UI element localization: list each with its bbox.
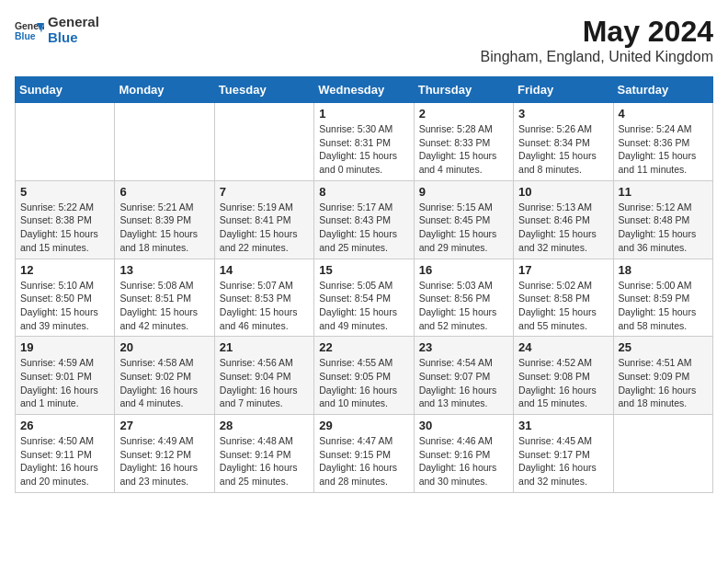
day-number: 7 <box>220 185 309 199</box>
day-number: 1 <box>319 107 408 121</box>
location-subtitle: Bingham, England, United Kingdom <box>481 49 714 65</box>
day-info: Sunrise: 4:52 AMSunset: 9:08 PMDaylight:… <box>518 356 608 410</box>
calendar-cell: 17Sunrise: 5:02 AMSunset: 8:58 PMDayligh… <box>514 259 613 337</box>
day-number: 24 <box>518 340 608 354</box>
calendar-cell <box>214 103 313 181</box>
calendar-cell: 3Sunrise: 5:26 AMSunset: 8:34 PMDaylight… <box>514 103 613 181</box>
calendar-cell: 15Sunrise: 5:05 AMSunset: 8:54 PMDayligh… <box>314 259 414 337</box>
day-number: 29 <box>319 419 408 432</box>
day-info: Sunrise: 4:45 AMSunset: 9:17 PMDaylight:… <box>518 434 608 488</box>
day-info: Sunrise: 5:19 AMSunset: 8:41 PMDaylight:… <box>220 201 309 255</box>
day-number: 23 <box>419 340 508 354</box>
header-sunday: Sunday <box>16 77 115 103</box>
day-info: Sunrise: 4:48 AMSunset: 9:14 PMDaylight:… <box>220 434 309 488</box>
calendar-table: SundayMondayTuesdayWednesdayThursdayFrid… <box>15 76 713 493</box>
calendar-cell: 21Sunrise: 4:56 AMSunset: 9:04 PMDayligh… <box>214 337 313 415</box>
day-info: Sunrise: 4:51 AMSunset: 9:09 PMDaylight:… <box>619 356 708 410</box>
calendar-cell: 20Sunrise: 4:58 AMSunset: 9:02 PMDayligh… <box>115 337 214 415</box>
header-thursday: Thursday <box>414 77 513 103</box>
day-info: Sunrise: 5:22 AMSunset: 8:38 PMDaylight:… <box>20 201 109 255</box>
week-row-0: 1Sunrise: 5:30 AMSunset: 8:31 PMDaylight… <box>16 103 713 181</box>
day-info: Sunrise: 5:10 AMSunset: 8:50 PMDaylight:… <box>20 279 109 333</box>
day-info: Sunrise: 5:24 AMSunset: 8:36 PMDaylight:… <box>619 122 708 177</box>
day-number: 5 <box>20 185 109 199</box>
day-info: Sunrise: 5:05 AMSunset: 8:54 PMDaylight:… <box>319 279 408 333</box>
day-number: 13 <box>119 263 209 277</box>
title-block: May 2024 Bingham, England, United Kingdo… <box>481 15 714 65</box>
calendar-cell: 18Sunrise: 5:00 AMSunset: 8:59 PMDayligh… <box>613 259 712 337</box>
day-number: 27 <box>119 419 209 432</box>
week-row-4: 26Sunrise: 4:50 AMSunset: 9:11 PMDayligh… <box>16 415 713 493</box>
day-number: 31 <box>518 419 608 432</box>
calendar-cell: 11Sunrise: 5:12 AMSunset: 8:48 PMDayligh… <box>613 180 712 259</box>
day-info: Sunrise: 4:59 AMSunset: 9:01 PMDaylight:… <box>20 356 109 410</box>
calendar-cell: 30Sunrise: 4:46 AMSunset: 9:16 PMDayligh… <box>414 415 513 493</box>
calendar-cell: 22Sunrise: 4:55 AMSunset: 9:05 PMDayligh… <box>314 337 414 415</box>
calendar-header-row: SundayMondayTuesdayWednesdayThursdayFrid… <box>16 77 713 103</box>
calendar-cell <box>115 103 214 181</box>
day-info: Sunrise: 5:08 AMSunset: 8:51 PMDaylight:… <box>119 279 209 333</box>
day-number: 16 <box>419 263 508 277</box>
day-info: Sunrise: 5:00 AMSunset: 8:59 PMDaylight:… <box>619 279 708 333</box>
day-info: Sunrise: 5:15 AMSunset: 8:45 PMDaylight:… <box>419 201 508 255</box>
day-number: 8 <box>319 185 408 199</box>
day-info: Sunrise: 4:46 AMSunset: 9:16 PMDaylight:… <box>419 434 508 488</box>
day-number: 19 <box>20 340 109 354</box>
day-info: Sunrise: 4:47 AMSunset: 9:15 PMDaylight:… <box>319 434 408 488</box>
day-info: Sunrise: 5:28 AMSunset: 8:33 PMDaylight:… <box>419 122 508 177</box>
day-info: Sunrise: 5:17 AMSunset: 8:43 PMDaylight:… <box>319 201 408 255</box>
day-number: 30 <box>419 419 508 432</box>
svg-text:Blue: Blue <box>15 30 36 40</box>
calendar-cell: 2Sunrise: 5:28 AMSunset: 8:33 PMDaylight… <box>414 103 513 181</box>
day-info: Sunrise: 5:02 AMSunset: 8:58 PMDaylight:… <box>518 279 608 333</box>
header-friday: Friday <box>514 77 613 103</box>
day-info: Sunrise: 5:30 AMSunset: 8:31 PMDaylight:… <box>319 122 408 177</box>
calendar-cell: 24Sunrise: 4:52 AMSunset: 9:08 PMDayligh… <box>514 337 613 415</box>
calendar-cell: 28Sunrise: 4:48 AMSunset: 9:14 PMDayligh… <box>214 415 313 493</box>
day-number: 12 <box>20 263 109 277</box>
calendar-cell: 26Sunrise: 4:50 AMSunset: 9:11 PMDayligh… <box>16 415 115 493</box>
day-info: Sunrise: 4:55 AMSunset: 9:05 PMDaylight:… <box>319 356 408 410</box>
day-number: 20 <box>119 340 209 354</box>
day-number: 2 <box>419 107 508 121</box>
calendar-cell: 5Sunrise: 5:22 AMSunset: 8:38 PMDaylight… <box>16 180 115 259</box>
calendar-cell <box>613 415 712 493</box>
day-info: Sunrise: 5:26 AMSunset: 8:34 PMDaylight:… <box>518 122 608 177</box>
week-row-3: 19Sunrise: 4:59 AMSunset: 9:01 PMDayligh… <box>16 337 713 415</box>
header-wednesday: Wednesday <box>314 77 414 103</box>
calendar-cell: 19Sunrise: 4:59 AMSunset: 9:01 PMDayligh… <box>16 337 115 415</box>
week-row-1: 5Sunrise: 5:22 AMSunset: 8:38 PMDaylight… <box>16 180 713 259</box>
day-info: Sunrise: 5:03 AMSunset: 8:56 PMDaylight:… <box>419 279 508 333</box>
calendar-cell: 7Sunrise: 5:19 AMSunset: 8:41 PMDaylight… <box>214 180 313 259</box>
calendar-cell: 4Sunrise: 5:24 AMSunset: 8:36 PMDaylight… <box>613 103 712 181</box>
calendar-cell: 10Sunrise: 5:13 AMSunset: 8:46 PMDayligh… <box>514 180 613 259</box>
calendar-cell: 16Sunrise: 5:03 AMSunset: 8:56 PMDayligh… <box>414 259 513 337</box>
calendar-cell: 6Sunrise: 5:21 AMSunset: 8:39 PMDaylight… <box>115 180 214 259</box>
calendar-cell: 23Sunrise: 4:54 AMSunset: 9:07 PMDayligh… <box>414 337 513 415</box>
calendar-cell: 13Sunrise: 5:08 AMSunset: 8:51 PMDayligh… <box>115 259 214 337</box>
page-header: General Blue General Blue May 2024 Bingh… <box>15 15 713 65</box>
header-monday: Monday <box>115 77 214 103</box>
day-info: Sunrise: 4:54 AMSunset: 9:07 PMDaylight:… <box>419 356 508 410</box>
day-info: Sunrise: 4:50 AMSunset: 9:11 PMDaylight:… <box>20 434 109 488</box>
day-info: Sunrise: 4:49 AMSunset: 9:12 PMDaylight:… <box>119 434 209 488</box>
day-number: 28 <box>220 419 309 432</box>
day-number: 14 <box>220 263 309 277</box>
day-info: Sunrise: 4:56 AMSunset: 9:04 PMDaylight:… <box>220 356 309 410</box>
day-info: Sunrise: 5:07 AMSunset: 8:53 PMDaylight:… <box>220 279 309 333</box>
header-saturday: Saturday <box>613 77 712 103</box>
calendar-cell: 29Sunrise: 4:47 AMSunset: 9:15 PMDayligh… <box>314 415 414 493</box>
day-number: 25 <box>619 340 708 354</box>
day-number: 9 <box>419 185 508 199</box>
logo-blue-text: Blue <box>48 30 99 46</box>
day-number: 4 <box>619 107 708 121</box>
day-number: 15 <box>319 263 408 277</box>
calendar-cell: 9Sunrise: 5:15 AMSunset: 8:45 PMDaylight… <box>414 180 513 259</box>
day-number: 21 <box>220 340 309 354</box>
logo-icon: General Blue <box>15 19 44 41</box>
day-number: 10 <box>518 185 608 199</box>
calendar-cell <box>16 103 115 181</box>
logo-general-text: General <box>48 15 99 30</box>
day-info: Sunrise: 5:13 AMSunset: 8:46 PMDaylight:… <box>518 201 608 255</box>
calendar-cell: 1Sunrise: 5:30 AMSunset: 8:31 PMDaylight… <box>314 103 414 181</box>
